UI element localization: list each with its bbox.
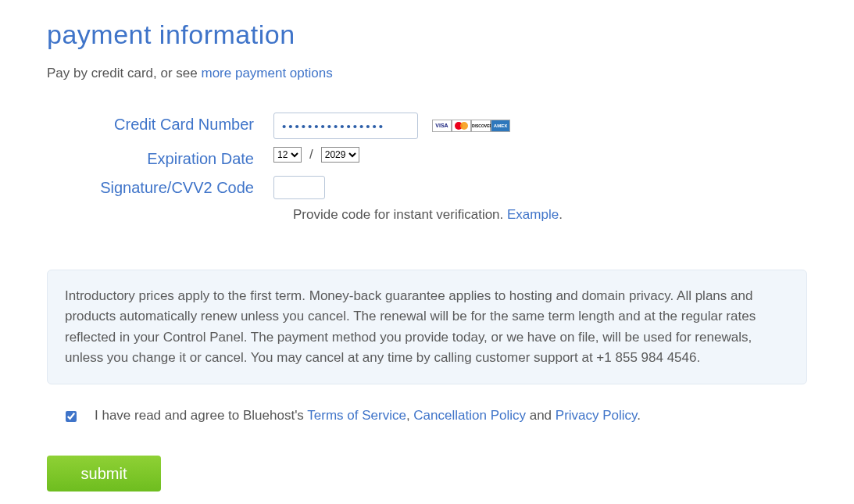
agree-suffix: . [637, 408, 641, 423]
tos-link[interactable]: Terms of Service [307, 408, 406, 423]
cvv-input[interactable] [273, 176, 325, 199]
cvv-example-link[interactable]: Example [507, 207, 559, 222]
mastercard-icon [452, 120, 471, 132]
cvv-helper-prefix: Provide code for instant verification. [293, 207, 507, 222]
cvv-helper: Provide code for instant verification. E… [293, 207, 807, 223]
label-expiration: Expiration Date [47, 147, 273, 168]
amex-icon: AMEX [491, 120, 510, 132]
cvv-helper-suffix: . [559, 207, 563, 222]
agree-checkbox[interactable] [66, 411, 77, 422]
agree-sep2: and [526, 408, 556, 423]
intro-prefix: Pay by credit card, or see [47, 66, 201, 80]
agree-row: I have read and agree to Bluehost's Term… [47, 408, 807, 424]
exp-year-select[interactable]: 2029 [321, 147, 359, 163]
row-cc-number: Credit Card Number VISA DISCOVER AMEX [47, 113, 807, 139]
row-expiration: Expiration Date 12 / 2029 [47, 147, 807, 168]
discover-icon: DISCOVER [471, 120, 491, 132]
row-cvv: Signature/CVV2 Code [47, 176, 807, 199]
agree-prefix: I have read and agree to Bluehost's [95, 408, 307, 423]
exp-month-select[interactable]: 12 [273, 147, 302, 163]
more-payment-options-link[interactable]: more payment options [201, 66, 332, 80]
agree-sep1: , [406, 408, 413, 423]
page-title: payment information [47, 20, 807, 50]
card-logos: VISA DISCOVER AMEX [432, 120, 510, 132]
cancellation-policy-link[interactable]: Cancellation Policy [413, 408, 526, 423]
submit-button[interactable]: submit [47, 456, 161, 491]
label-cc-number: Credit Card Number [47, 113, 273, 134]
agree-text: I have read and agree to Bluehost's Term… [95, 408, 641, 424]
intro-text: Pay by credit card, or see more payment … [47, 66, 807, 81]
disclaimer-box: Introductory prices apply to the first t… [47, 270, 807, 384]
exp-separator: / [309, 147, 313, 163]
privacy-policy-link[interactable]: Privacy Policy [556, 408, 638, 423]
visa-icon: VISA [432, 120, 452, 132]
label-cvv: Signature/CVV2 Code [47, 176, 273, 197]
cc-number-input[interactable] [273, 113, 418, 139]
